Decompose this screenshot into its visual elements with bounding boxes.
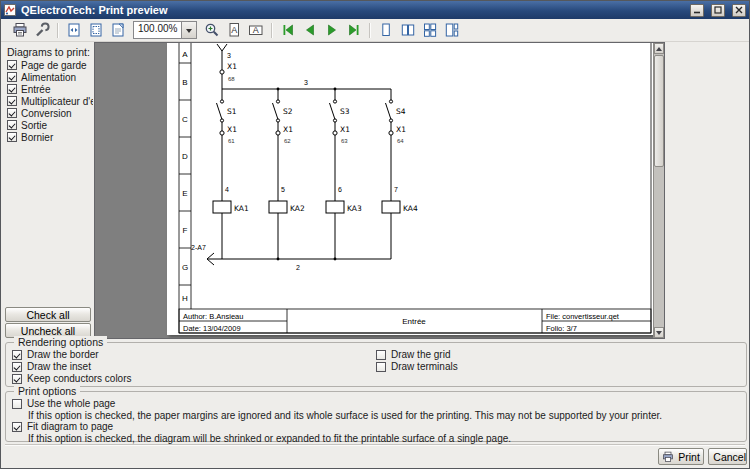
checkbox-draw-terminals[interactable]: Draw terminals (376, 361, 458, 372)
diagram-item-alimentation[interactable]: Alimentation (7, 71, 93, 83)
preview-toolbar: 100.00% A A (1, 19, 749, 42)
row-label: B (182, 78, 187, 87)
scroll-down-button[interactable] (654, 327, 664, 338)
titleblock-folio: Folio: 3/7 (546, 324, 577, 333)
branch-2: S2 X1 62 5 KA2 (269, 89, 305, 259)
titleblock-author: Author: B.Ansieau (183, 312, 243, 321)
cancel-button[interactable]: Cancel (708, 448, 747, 465)
diagram-item-conversion[interactable]: Conversion (7, 107, 93, 119)
first-page-button[interactable] (278, 20, 298, 40)
maximize-button[interactable] (711, 4, 725, 17)
svg-text:A: A (253, 25, 259, 35)
print-button[interactable]: Print (658, 448, 704, 465)
zoom-in-icon (204, 22, 220, 38)
checkbox[interactable] (12, 362, 22, 372)
checkbox[interactable] (12, 350, 22, 360)
printer-icon (662, 451, 674, 463)
top-bus-number: 3 (304, 79, 308, 86)
minimize-button[interactable] (690, 4, 704, 17)
titleblock-title: Entrée (402, 317, 426, 326)
checkbox[interactable] (7, 60, 17, 70)
diagram-item-bornier[interactable]: Bornier (7, 131, 93, 143)
toolbar-separator (369, 23, 371, 38)
toolbar-separator (271, 23, 273, 38)
checkbox-draw-inset[interactable]: Draw the inset (12, 361, 91, 372)
checkbox[interactable] (7, 108, 17, 118)
checkbox[interactable] (7, 72, 17, 82)
row-label: F (183, 226, 188, 235)
next-page-button[interactable] (322, 20, 342, 40)
preview-vertical-scrollbar[interactable] (653, 43, 664, 338)
checkbox[interactable] (12, 374, 22, 384)
fit-page-hint: If this option is checked, the diagram w… (28, 433, 511, 444)
diagram-item-entree[interactable]: Entrée (7, 83, 93, 95)
single-page-view-button[interactable] (376, 20, 396, 40)
titlebar[interactable]: QElectroTech: Print preview (1, 1, 749, 19)
checkbox[interactable] (7, 132, 17, 142)
print-options-group: Print options Use the whole page If this… (5, 391, 747, 442)
terminal-pin: 62 (284, 138, 291, 144)
minimize-icon (693, 6, 701, 14)
page-setup-button[interactable] (32, 20, 52, 40)
app-icon (4, 4, 16, 16)
scrollbar-thumb[interactable] (654, 55, 664, 167)
terminal-label: X1 (340, 125, 350, 134)
checkbox[interactable] (376, 362, 386, 372)
checkbox[interactable] (12, 399, 22, 409)
zoom-dropdown-button[interactable] (181, 22, 196, 38)
close-button[interactable] (732, 4, 746, 17)
coil-label: KA4 (403, 204, 418, 213)
arrow-up-icon (656, 44, 662, 51)
checkbox-use-whole-page[interactable]: Use the whole page (12, 398, 115, 409)
checkbox-fit-diagram-to-page[interactable]: Fit diagram to page (12, 421, 113, 432)
row-label: A (182, 50, 188, 59)
svg-text:A: A (232, 25, 238, 35)
facing-pages-view-button[interactable] (398, 20, 418, 40)
landscape-orientation-button[interactable]: A (246, 20, 266, 40)
previous-page-button[interactable] (300, 20, 320, 40)
diagram-item-sortie[interactable]: Sortie (7, 119, 93, 131)
coil-symbol (213, 201, 231, 213)
print-toolbar-button[interactable] (10, 20, 30, 40)
whole-page-hint: If this option is checked, the paper mar… (28, 410, 662, 421)
row-label: H (182, 294, 188, 303)
feed-terminal-label: X1 (227, 62, 237, 71)
footer-divider (5, 444, 745, 446)
checkbox[interactable] (12, 422, 22, 432)
rendering-options-group: Rendering options Draw the border Draw t… (5, 342, 747, 387)
wire-number: 7 (394, 186, 398, 193)
schematic-drawing: A B C D E F G H (167, 43, 655, 335)
all-pages-view-button[interactable] (420, 20, 440, 40)
check-all-button[interactable]: Check all (5, 307, 91, 322)
toolbar-separator (57, 23, 59, 38)
whole-page-button[interactable] (108, 20, 128, 40)
checkbox[interactable] (376, 350, 386, 360)
single-page-view-icon (378, 22, 394, 38)
portrait-orientation-button[interactable]: A (224, 20, 244, 40)
diagram-item-multiplicateur[interactable]: Multiplicateur d'entrée (7, 95, 93, 107)
last-page-button[interactable] (344, 20, 364, 40)
diagram-item-page-de-garde[interactable]: Page de garde (7, 59, 93, 71)
zoom-select[interactable]: 100.00% (133, 21, 197, 39)
zoom-value: 100.00% (134, 22, 181, 38)
checkbox-draw-grid[interactable]: Draw the grid (376, 349, 450, 360)
previous-page-icon (302, 22, 318, 38)
terminal-symbol (333, 131, 337, 135)
titleblock-date: Date: 13/04/2009 (183, 324, 241, 333)
checkbox-keep-conductors-colors[interactable]: Keep conductors colors (12, 373, 132, 384)
preview-viewport[interactable]: A B C D E F G H (94, 42, 665, 339)
all-pages-view-icon (422, 22, 438, 38)
fit-width-button[interactable] (64, 20, 84, 40)
checkbox[interactable] (7, 96, 17, 106)
print-preview-window: QElectroTech: Print preview (0, 0, 750, 469)
switch-label: S1 (227, 107, 237, 116)
checkbox[interactable] (7, 120, 17, 130)
zoom-in-button[interactable] (202, 20, 222, 40)
checkbox-draw-border[interactable]: Draw the border (12, 349, 99, 360)
row-label: G (182, 263, 188, 272)
switch-label: S2 (283, 107, 293, 116)
scroll-up-button[interactable] (654, 43, 664, 54)
fit-page-button[interactable] (86, 20, 106, 40)
checkbox[interactable] (7, 84, 17, 94)
thumbnails-view-button[interactable] (442, 20, 462, 40)
